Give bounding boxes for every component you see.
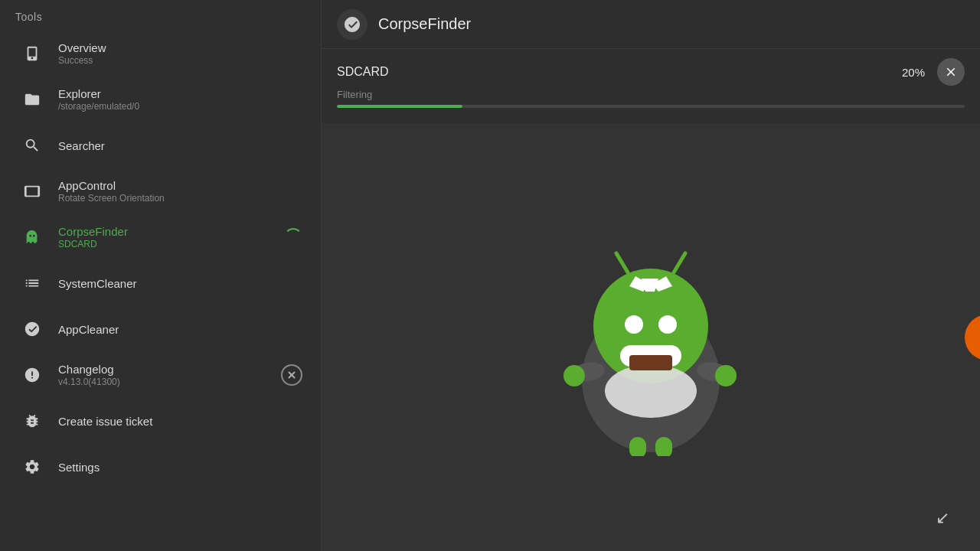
sidebar-item-systemcleaner[interactable]: SystemCleaner	[3, 260, 318, 306]
progress-wrapper: SDCARD 20% Filtering	[322, 49, 980, 123]
content-area: ↙	[322, 123, 980, 551]
progress-area: SDCARD 20% Filtering	[322, 49, 980, 100]
app-header-icon	[337, 9, 368, 40]
orange-side-tab[interactable]	[965, 315, 980, 360]
sidebar-item-overview[interactable]: Overview Success	[3, 31, 318, 77]
explorer-sublabel: /storage/emulated/0	[58, 101, 302, 112]
progress-location: SDCARD	[337, 65, 389, 79]
main-content: CorpseFinder SDCARD 20% Filtering	[322, 0, 980, 551]
settings-icon	[18, 453, 46, 481]
sidebar: Tools Overview Success Explorer /storage…	[0, 0, 322, 551]
search-icon	[18, 132, 46, 159]
changelog-label: Changelog	[58, 363, 281, 376]
sidebar-item-searcher[interactable]: Searcher	[3, 122, 318, 168]
svg-rect-17	[629, 355, 672, 370]
progress-close-button[interactable]	[937, 58, 965, 86]
ghost-icon	[18, 223, 46, 251]
appcleaner-label: AppCleaner	[58, 323, 302, 336]
phone-icon	[18, 40, 46, 67]
progress-bar	[322, 105, 980, 114]
progress-percent: 20%	[902, 66, 925, 79]
overview-text: Overview Success	[58, 41, 302, 66]
sidebar-item-appcontrol[interactable]: AppControl Rotate Screen Orientation	[3, 168, 318, 214]
searcher-label: Searcher	[58, 139, 302, 152]
appcontrol-text: AppControl Rotate Screen Orientation	[58, 179, 302, 204]
searcher-text: Searcher	[58, 139, 302, 152]
appcontrol-label: AppControl	[58, 179, 302, 192]
svg-line-3	[674, 253, 685, 272]
systemcleaner-text: SystemCleaner	[58, 277, 302, 290]
changelog-icon	[18, 361, 46, 389]
progress-label-row: SDCARD 20%	[337, 58, 965, 86]
settings-text: Settings	[58, 461, 302, 474]
sidebar-items: Overview Success Explorer /storage/emula…	[0, 31, 321, 490]
svg-rect-15	[655, 437, 672, 456]
app-title: CorpseFinder	[378, 15, 471, 33]
progress-status: Filtering	[337, 89, 965, 100]
svg-point-5	[658, 315, 677, 334]
progress-bar-fill	[337, 105, 462, 108]
cursor-indicator: ↙	[936, 508, 949, 528]
overview-label: Overview	[58, 41, 302, 54]
sidebar-title: Tools	[0, 0, 321, 31]
svg-point-16	[605, 364, 697, 418]
svg-rect-14	[629, 437, 646, 456]
bug-icon	[18, 407, 46, 435]
recycle-icon	[18, 315, 46, 343]
createissue-label: Create issue ticket	[58, 415, 302, 428]
android-mascot	[551, 219, 750, 456]
changelog-sublabel: v4.13.0(41300)	[58, 377, 281, 387]
settings-label: Settings	[58, 461, 302, 474]
changelog-close-button[interactable]	[281, 364, 302, 386]
svg-point-12	[564, 365, 585, 386]
loading-spinner	[284, 228, 302, 246]
corpsefinder-text: CorpseFinder SDCARD	[58, 225, 284, 249]
sidebar-item-createissue[interactable]: Create issue ticket	[3, 398, 318, 444]
folder-icon	[18, 86, 46, 113]
corpsefinder-sublabel: SDCARD	[58, 239, 284, 249]
changelog-text: Changelog v4.13.0(41300)	[58, 363, 281, 387]
sidebar-item-corpsefinder[interactable]: CorpseFinder SDCARD	[3, 214, 318, 260]
createissue-text: Create issue ticket	[58, 415, 302, 428]
overview-sublabel: Success	[58, 55, 302, 66]
sidebar-item-changelog[interactable]: Changelog v4.13.0(41300)	[3, 352, 318, 398]
svg-line-2	[616, 253, 628, 272]
sidebar-item-explorer[interactable]: Explorer /storage/emulated/0	[3, 77, 318, 122]
corpsefinder-label: CorpseFinder	[58, 225, 284, 238]
sidebar-item-appcleaner[interactable]: AppCleaner	[3, 306, 318, 352]
explorer-label: Explorer	[58, 87, 302, 100]
systemcleaner-label: SystemCleaner	[58, 277, 302, 290]
sidebar-item-settings[interactable]: Settings	[3, 444, 318, 490]
tablet-icon	[18, 178, 46, 205]
appcleaner-text: AppCleaner	[58, 323, 302, 336]
svg-point-4	[625, 315, 643, 334]
explorer-text: Explorer /storage/emulated/0	[58, 87, 302, 112]
app-header: CorpseFinder	[322, 0, 980, 49]
appcontrol-sublabel: Rotate Screen Orientation	[58, 193, 302, 204]
list-icon	[18, 269, 46, 297]
svg-point-13	[715, 365, 737, 386]
